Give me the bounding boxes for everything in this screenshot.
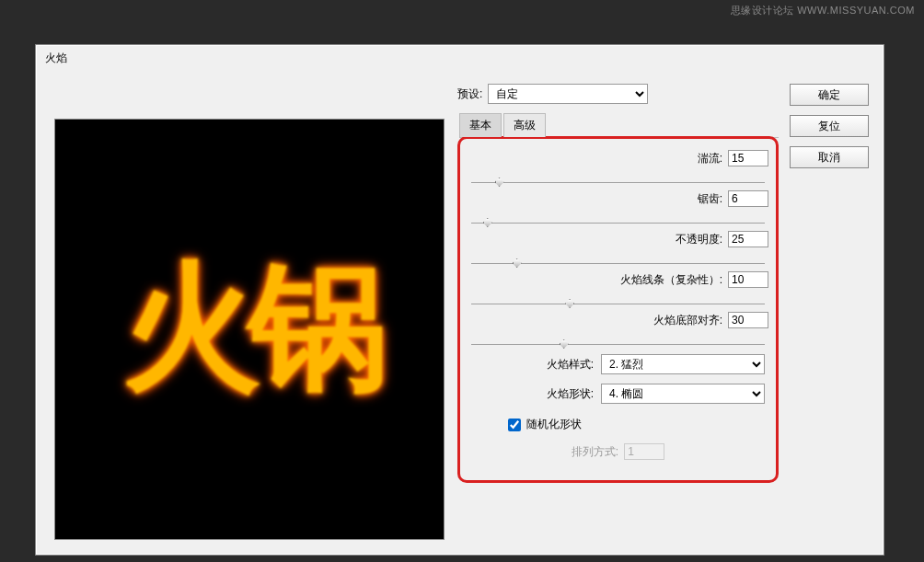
randomize-label: 随机化形状 xyxy=(526,417,582,432)
shape-label: 火焰形状: xyxy=(547,386,594,402)
preview-area: 火锅 xyxy=(54,119,445,540)
watermark-text: 思缘设计论坛 WWW.MISSYUAN.COM xyxy=(731,4,915,17)
tab-advanced[interactable]: 高级 xyxy=(503,113,546,137)
tab-basic[interactable]: 基本 xyxy=(459,113,502,137)
slider-complexity: 火焰线条（复杂性）: xyxy=(468,271,768,304)
opacity-label: 不透明度: xyxy=(676,232,722,247)
right-column: 预设: 自定 基本 高级 湍流: xyxy=(457,80,869,545)
reset-button[interactable]: 复位 xyxy=(790,115,869,137)
preview-fire-text: 火锅 xyxy=(122,236,376,422)
dialog-title: 火焰 xyxy=(45,52,67,64)
randomize-checkbox[interactable] xyxy=(508,419,521,431)
turbulence-input[interactable] xyxy=(728,150,768,166)
alignment-slider[interactable] xyxy=(471,332,765,345)
preset-select[interactable]: 自定 xyxy=(488,84,648,104)
arrangement-row: 排列方式: xyxy=(468,443,768,460)
complexity-label: 火焰线条（复杂性）: xyxy=(620,272,722,288)
complexity-slider[interactable] xyxy=(471,292,765,304)
alignment-label: 火焰底部对齐: xyxy=(653,313,722,328)
turbulence-label: 湍流: xyxy=(698,151,722,166)
shape-row: 火焰形状: 4. 椭圆 xyxy=(471,384,765,404)
alignment-input[interactable] xyxy=(728,312,768,328)
slider-opacity: 不透明度: xyxy=(468,231,768,264)
randomize-row: 随机化形状 xyxy=(508,417,768,432)
style-label: 火焰样式: xyxy=(547,357,594,373)
complexity-input[interactable] xyxy=(728,271,768,288)
advanced-panel: 湍流: 锯齿: 不透明度: xyxy=(457,136,779,483)
shape-select[interactable]: 4. 椭圆 xyxy=(601,384,765,404)
opacity-input[interactable] xyxy=(728,231,768,247)
preset-row: 预设: 自定 xyxy=(457,84,779,104)
jag-input[interactable] xyxy=(728,190,768,207)
button-column: 确定 复位 取消 xyxy=(790,84,869,545)
dialog-body: 火锅 预设: 自定 基本 高级 湍流: xyxy=(36,71,884,555)
opacity-slider[interactable] xyxy=(471,251,765,264)
flame-dialog: 火焰 火锅 预设: 自定 基本 高级 xyxy=(35,44,884,556)
tabs: 基本 高级 xyxy=(459,113,779,138)
arrangement-input xyxy=(624,443,664,460)
slider-alignment: 火焰底部对齐: xyxy=(468,312,768,345)
turbulence-slider[interactable] xyxy=(471,170,765,183)
arrangement-label: 排列方式: xyxy=(572,444,618,460)
slider-turbulence: 湍流: xyxy=(468,150,768,183)
jag-label: 锯齿: xyxy=(698,191,722,207)
preset-label: 预设: xyxy=(457,86,482,102)
controls-area: 预设: 自定 基本 高级 湍流: xyxy=(457,80,779,545)
ok-button[interactable]: 确定 xyxy=(790,84,869,106)
cancel-button[interactable]: 取消 xyxy=(790,146,869,168)
slider-jag: 锯齿: xyxy=(468,190,768,224)
style-row: 火焰样式: 2. 猛烈 xyxy=(471,354,765,374)
style-select[interactable]: 2. 猛烈 xyxy=(601,354,765,374)
jag-slider[interactable] xyxy=(471,211,765,224)
dialog-titlebar: 火焰 xyxy=(36,45,884,71)
